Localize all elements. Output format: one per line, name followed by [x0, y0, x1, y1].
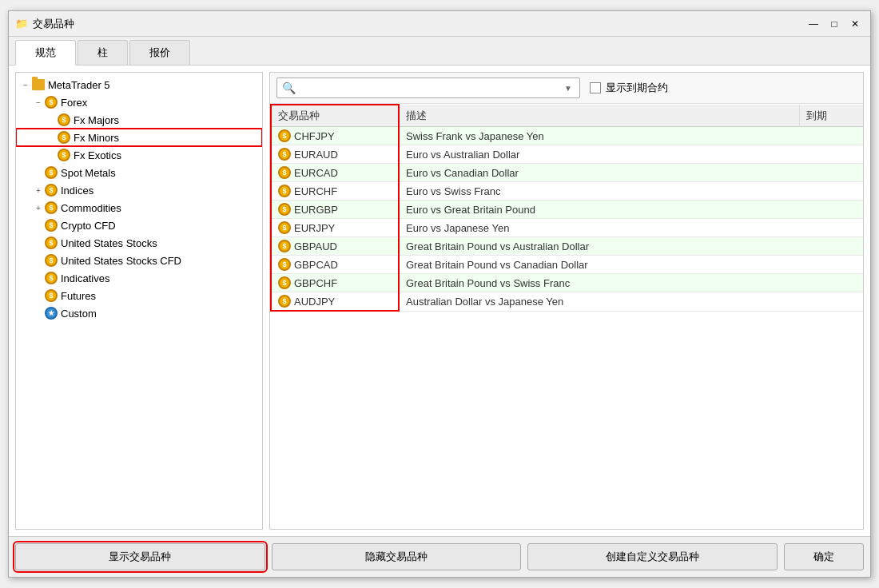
title-bar: 📁 交易品种 — □ ✕ — [9, 11, 870, 37]
search-input-wrap[interactable]: 🔍 ▼ — [276, 77, 580, 98]
show-futures-label[interactable]: 显示到期合约 — [590, 81, 668, 95]
create-custom-button[interactable]: 创建自定义交易品种 — [527, 543, 778, 570]
table-symbol-icon: $ — [278, 129, 291, 142]
symbol-icon-futures: $ — [45, 289, 58, 302]
tree-label-spot-metals: Spot Metals — [61, 167, 116, 179]
symbol-icon-custom: ★ — [45, 307, 58, 320]
table-row[interactable]: $GBPCADGreat Britain Pound vs Canadian D… — [271, 256, 863, 274]
table-cell-expiry — [799, 219, 863, 237]
table-symbol-name: GBPAUD — [294, 240, 337, 252]
tab-bar: 规范 柱 报价 — [9, 37, 870, 66]
table-cell-description: Great Britain Pound vs Canadian Dollar — [399, 256, 799, 274]
show-futures-text: 显示到期合约 — [606, 81, 668, 95]
table-cell-description: Great Britain Pound vs Swiss Franc — [399, 274, 799, 292]
table-symbol-icon: $ — [278, 276, 291, 289]
hide-symbol-button[interactable]: 隐藏交易品种 — [272, 543, 522, 570]
tree-item-custom[interactable]: ★ Custom — [16, 304, 262, 322]
symbol-icon-fx-majors: $ — [58, 113, 70, 126]
tree-item-futures[interactable]: $ Futures — [16, 287, 262, 304]
table-cell-expiry — [799, 256, 863, 274]
tree-label-indices: Indices — [61, 185, 93, 197]
show-symbol-button[interactable]: 显示交易品种 — [15, 543, 265, 570]
table-cell-symbol: $EURJPY — [271, 219, 399, 237]
search-input[interactable] — [299, 82, 559, 94]
table-cell-expiry — [799, 292, 863, 312]
symbol-icon-fx-minors: $ — [58, 131, 70, 144]
tab-quotes[interactable]: 报价 — [129, 40, 190, 65]
table-cell-description: Great Britain Pound vs Australian Dollar — [399, 237, 799, 256]
tree-item-spot-metals[interactable]: $ Spot Metals — [16, 164, 262, 181]
tree-item-crypto-cfd[interactable]: $ Crypto CFD — [16, 217, 262, 234]
table-symbol-icon: $ — [278, 221, 291, 234]
show-futures-checkbox[interactable] — [590, 82, 601, 93]
table-row[interactable]: $EURAUDEuro vs Australian Dollar — [271, 145, 863, 164]
table-row[interactable]: $EURCHFEuro vs Swiss Franc — [271, 182, 863, 201]
table-symbol-name: AUDJPY — [294, 296, 335, 308]
expand-forex: − — [32, 96, 45, 109]
bottom-bar: 显示交易品种 隐藏交易品种 创建自定义交易品种 确定 — [9, 536, 870, 577]
main-content: − MetaTrader 5 − $ Forex $ Fx Majors $ F… — [9, 66, 870, 536]
table-cell-symbol: $GBPCAD — [271, 256, 399, 274]
table-row[interactable]: $EURCADEuro vs Canadian Dollar — [271, 164, 863, 182]
tree-label-fx-exotics: Fx Exotics — [74, 149, 121, 161]
col-header-description: 描述 — [399, 105, 799, 127]
table-cell-description: Swiss Frank vs Japanese Yen — [399, 127, 799, 145]
table-symbol-icon: $ — [278, 166, 291, 179]
table-symbol-name: GBPCHF — [294, 277, 337, 289]
table-cell-symbol: $EURCAD — [271, 164, 399, 182]
tree-root-label: MetaTrader 5 — [48, 79, 110, 91]
table-cell-description: Euro vs Australian Dollar — [399, 145, 799, 164]
tree-item-indicatives[interactable]: $ Indicatives — [16, 269, 262, 287]
close-button[interactable]: ✕ — [846, 15, 864, 33]
symbol-icon-spot-metals: $ — [45, 166, 58, 179]
window-title: 交易品种 — [33, 17, 74, 31]
table-symbol-name: EURAUD — [294, 149, 338, 161]
table-row[interactable]: $GBPCHFGreat Britain Pound vs Swiss Fran… — [271, 274, 863, 292]
table-cell-description: Australian Dollar vs Japanese Yen — [399, 292, 799, 312]
table-row[interactable]: $GBPAUDGreat Britain Pound vs Australian… — [271, 237, 863, 256]
table-row[interactable]: $CHFJPYSwiss Frank vs Japanese Yen — [271, 127, 863, 145]
tree-item-us-stocks[interactable]: $ United States Stocks — [16, 234, 262, 252]
tree-label-forex: Forex — [61, 97, 87, 109]
tree-item-forex[interactable]: − $ Forex — [16, 93, 262, 111]
left-tree-panel: − MetaTrader 5 − $ Forex $ Fx Majors $ F… — [15, 72, 263, 530]
search-icon: 🔍 — [282, 81, 296, 94]
table-symbol-icon: $ — [278, 295, 291, 308]
table-row[interactable]: $EURGBPEuro vs Great Britain Pound — [271, 201, 863, 219]
table-symbol-name: EURGBP — [294, 204, 338, 216]
tree-label-us-stocks-cfd: United States Stocks CFD — [61, 255, 181, 267]
app-icon: 📁 — [15, 18, 28, 30]
tree-label-commodities: Commodities — [61, 202, 121, 214]
maximize-button[interactable]: □ — [825, 15, 843, 33]
tree-label-futures: Futures — [61, 290, 96, 302]
folder-icon-root — [32, 79, 45, 90]
tab-specs[interactable]: 规范 — [15, 40, 76, 66]
symbol-icon-forex: $ — [45, 96, 58, 109]
tree-item-us-stocks-cfd[interactable]: $ United States Stocks CFD — [16, 252, 262, 269]
tree-item-fx-minors[interactable]: $ Fx Minors — [16, 129, 262, 146]
tree-item-commodities[interactable]: + $ Commodities — [16, 199, 262, 217]
tree-item-fx-exotics[interactable]: $ Fx Exotics — [16, 146, 262, 164]
symbol-icon-us-stocks-cfd: $ — [45, 254, 58, 267]
table-row[interactable]: $EURJPYEuro vs Japanese Yen — [271, 219, 863, 237]
table-row[interactable]: $AUDJPYAustralian Dollar vs Japanese Yen — [271, 292, 863, 312]
minimize-button[interactable]: — — [805, 15, 822, 33]
tree-label-custom: Custom — [61, 308, 97, 320]
confirm-button[interactable]: 确定 — [784, 543, 864, 570]
tree-item-indices[interactable]: + $ Indices — [16, 181, 262, 199]
expand-placeholder-crypto — [32, 219, 45, 232]
expand-placeholder-custom — [32, 307, 45, 320]
table-symbol-icon: $ — [278, 148, 291, 161]
tree-label-fx-minors: Fx Minors — [74, 132, 119, 144]
tree-label-fx-majors: Fx Majors — [74, 114, 119, 126]
search-dropdown-icon[interactable]: ▼ — [562, 81, 575, 94]
table-symbol-name: EURCHF — [294, 185, 337, 197]
tree-root[interactable]: − MetaTrader 5 — [16, 76, 262, 93]
title-left: 📁 交易品种 — [15, 17, 74, 31]
tab-bars[interactable]: 柱 — [78, 40, 128, 65]
table-cell-expiry — [799, 145, 863, 164]
table-symbol-icon: $ — [278, 240, 291, 252]
tree-item-fx-majors[interactable]: $ Fx Majors — [16, 111, 262, 129]
table-cell-symbol: $EURAUD — [271, 145, 399, 164]
symbol-icon-indicatives: $ — [45, 272, 58, 284]
